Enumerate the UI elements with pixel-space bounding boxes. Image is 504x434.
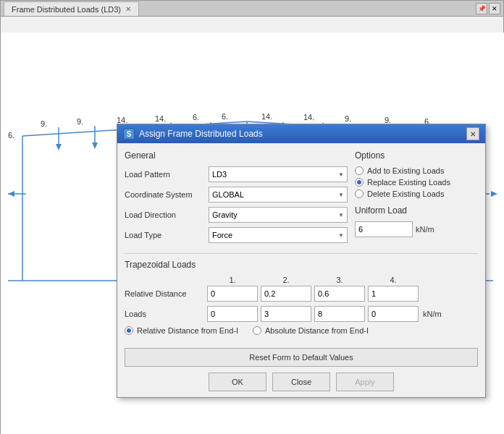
coordinate-system-select[interactable]: GLOBAL ▼ [209,187,348,203]
load-type-row: Load Type Force ▼ [125,227,348,243]
load-direction-label: Load Direction [125,210,204,219]
load-type-select[interactable]: Force ▼ [209,227,348,243]
action-buttons: OK Close Apply [125,373,478,391]
general-section-header: General [125,150,348,161]
relative-distance-label: Relative Distance [125,289,204,298]
dialog-titlebar: S Assign Frame Distributed Loads ✕ [117,124,485,143]
uniform-load-header: Uniform Load [355,205,478,216]
svg-text:6.: 6. [193,113,199,122]
relative-distance-radio-label: Relative Distance from End-I [137,326,238,335]
trap-header: Trapezoidal Loads [125,260,478,270]
trapezoidal-section: Trapezoidal Loads 1. 2. 3. 4. Relative D… [125,260,478,335]
load-pattern-select[interactable]: LD3 ▼ [209,166,348,182]
trap-col-3-header: 3. [314,276,365,284]
uniform-load-section: Uniform Load kN/m [355,205,478,237]
window-controls: 📌 ✕ [476,3,500,14]
dialog-footer: Reset Form to Default Values OK Close Ap… [117,342,485,397]
loads-unit: kN/m [423,310,442,318]
relative-distance-row: Relative Distance [125,286,478,302]
dialog-titlebar-left: S Assign Frame Distributed Loads [123,128,263,140]
dialog-right-column: Options Add to Existing Loads Replace Ex… [355,150,478,247]
dialog-title-text: Assign Frame Distributed Loads [139,129,263,139]
rel-dist-2[interactable] [261,286,311,302]
uniform-input-row: kN/m [355,221,478,237]
direction-arrow: ▼ [338,212,344,218]
separator [125,253,478,254]
svg-text:9.: 9. [345,114,351,123]
dialog: S Assign Frame Distributed Loads ✕ Gener… [117,124,486,398]
apply-button[interactable]: Apply [336,373,394,391]
load-3[interactable] [314,306,365,322]
main-window: Frame Distributed Loads (LD3) ✕ 📌 ✕ [0,0,504,434]
relative-radio-group: Relative Distance from End-I [125,326,238,335]
reset-button[interactable]: Reset Form to Default Values [125,348,478,367]
uniform-unit-label: kN/m [416,225,434,234]
uniform-load-input[interactable] [355,221,413,237]
dialog-close-button[interactable]: ✕ [466,127,479,140]
main-tab[interactable]: Frame Distributed Loads (LD3) ✕ [4,1,139,16]
coordinate-system-row: Coordinate System GLOBAL ▼ [125,187,348,203]
svg-text:9.: 9. [77,117,83,126]
dialog-columns: General Load Pattern LD3 ▼ Coordinate Sy… [125,150,478,247]
close-window-button[interactable]: ✕ [489,3,500,14]
svg-text:14.: 14. [155,114,166,123]
rel-dist-1[interactable] [207,286,258,302]
load-type-label: Load Type [125,231,204,239]
trap-col-1-header: 1. [207,276,258,284]
dialog-body: General Load Pattern LD3 ▼ Coordinate Sy… [117,143,485,342]
dialog-title-icon: S [123,128,135,140]
delete-radio-row: Delete Existing Loads [355,190,478,198]
absolute-distance-radio[interactable] [253,326,261,335]
loads-row: Loads kN/m [125,306,478,322]
tab-label: Frame Distributed Loads (LD3) [12,5,121,14]
svg-text:9.: 9. [41,119,47,128]
tab-bar: Frame Distributed Loads (LD3) ✕ 📌 ✕ [1,1,503,17]
absolute-distance-radio-label: Absolute Distance from End-I [265,326,369,335]
distance-radio-row: Relative Distance from End-I Absolute Di… [125,326,478,335]
trap-col-headers: 1. 2. 3. 4. [207,276,478,284]
coord-arrow: ▼ [338,192,344,198]
replace-radio-row: Replace Existing Loads [355,178,478,187]
load-pattern-row: Load Pattern LD3 ▼ [125,166,348,182]
add-radio[interactable] [355,166,364,175]
delete-radio[interactable] [355,190,364,198]
relative-distance-radio[interactable] [125,326,133,335]
svg-text:6.: 6. [222,112,228,121]
dialog-left-column: General Load Pattern LD3 ▼ Coordinate Sy… [125,150,348,247]
add-radio-label: Add to Existing Loads [367,166,444,175]
trap-col-4-header: 4. [368,276,419,284]
rel-dist-3[interactable] [314,286,365,302]
close-button[interactable]: Close [272,373,330,391]
tab-close-icon[interactable]: ✕ [125,5,131,13]
replace-radio-label: Replace Existing Loads [367,178,450,187]
add-radio-row: Add to Existing Loads [355,166,478,175]
load-2[interactable] [261,306,311,322]
svg-text:14.: 14. [303,113,314,122]
load-1[interactable] [207,306,258,322]
ok-button[interactable]: OK [209,373,266,391]
coordinate-system-label: Coordinate System [125,190,204,199]
rel-dist-4[interactable] [368,286,419,302]
replace-radio[interactable] [355,178,364,187]
options-header: Options [355,150,478,161]
options-section: Options Add to Existing Loads Replace Ex… [355,150,478,198]
load-4[interactable] [368,306,419,322]
delete-radio-label: Delete Existing Loads [367,190,444,198]
load-direction-row: Load Direction Gravity ▼ [125,207,348,223]
svg-text:14.: 14. [261,112,272,121]
absolute-radio-group: Absolute Distance from End-I [253,326,369,335]
pin-button[interactable]: 📌 [476,3,487,14]
svg-text:6.: 6. [8,131,14,140]
load-direction-select[interactable]: Gravity ▼ [209,207,348,223]
load-pattern-arrow: ▼ [338,171,344,178]
type-arrow: ▼ [338,232,344,239]
load-pattern-label: Load Pattern [125,170,204,179]
loads-label: Loads [125,310,204,318]
trap-col-2-header: 2. [261,276,311,284]
